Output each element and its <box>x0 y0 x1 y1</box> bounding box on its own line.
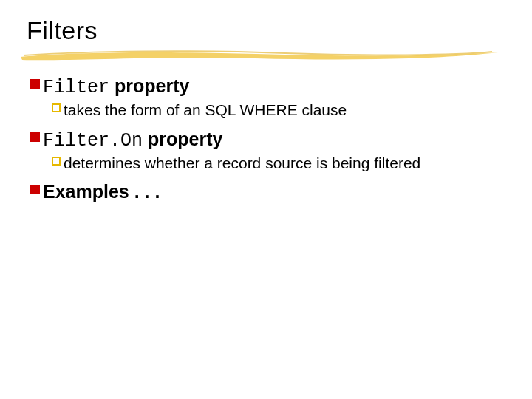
slide: Filters Filter property takes the form o… <box>0 0 532 399</box>
bullet-level2: takes the form of an SQL WHERE clause <box>49 100 463 120</box>
bullet-level2: determines whether a record source is be… <box>49 154 463 173</box>
svg-rect-4 <box>30 185 40 194</box>
bullet-level1: Examples . . . <box>27 180 505 205</box>
square-bullet-icon <box>27 132 43 142</box>
bullet-level1: Filter property <box>27 75 505 99</box>
sub-bullet-text: takes the form of an SQL WHERE clause <box>64 100 347 120</box>
svg-rect-3 <box>52 157 60 165</box>
sub-bullet-text: determines whether a record source is be… <box>64 154 420 173</box>
square-bullet-icon <box>27 79 43 89</box>
text-span: property <box>143 129 222 149</box>
open-square-bullet-icon <box>49 103 64 112</box>
open-square-bullet-icon <box>49 157 64 166</box>
square-bullet-icon <box>27 185 43 194</box>
bullet-text: Filter.On property <box>43 128 222 152</box>
text-span: property <box>109 75 189 96</box>
bullet-level1: Filter.On property <box>27 128 505 152</box>
svg-rect-1 <box>52 104 60 112</box>
bullet-text: Examples . . . <box>43 180 160 205</box>
text-span: Examples . . . <box>43 181 160 202</box>
code-span: Filter.On <box>43 130 143 151</box>
brush-stroke-icon <box>19 47 507 66</box>
svg-rect-0 <box>30 79 40 89</box>
code-span: Filter <box>43 77 109 98</box>
svg-rect-2 <box>30 132 40 142</box>
title-underline <box>27 47 505 66</box>
bullet-text: Filter property <box>43 75 189 99</box>
slide-title: Filters <box>27 16 505 45</box>
